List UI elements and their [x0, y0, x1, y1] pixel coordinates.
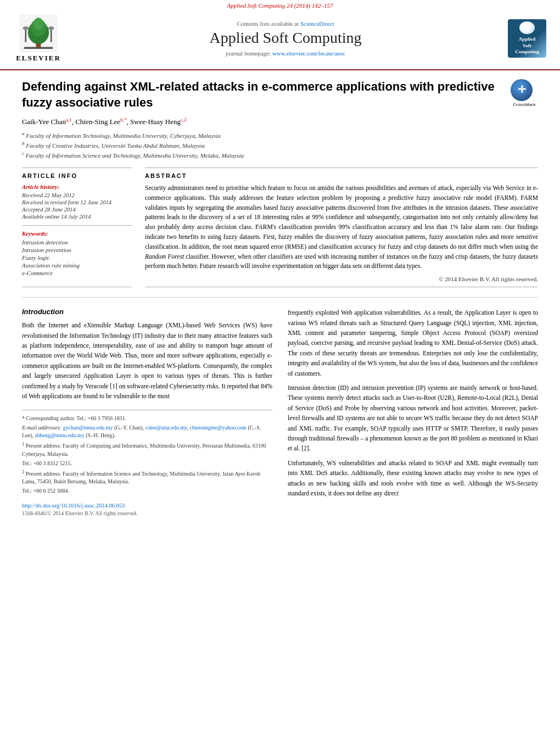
- email-link-3[interactable]: chiensinglee@yahoo.com: [190, 425, 247, 431]
- accepted-date: Accepted 28 June 2014: [22, 207, 132, 213]
- email-link-2[interactable]: cslee@utar.edu.my: [145, 425, 187, 431]
- journal-header: Applied Soft Computing 24 (2014) 142–157: [0, 0, 560, 70]
- article-info-heading: ARTICLE INFO: [22, 172, 132, 179]
- introduction-heading: Introduction: [22, 308, 272, 316]
- keywords-section: Keywords: Intrusion detection Intrusion …: [22, 225, 132, 276]
- keyword-4: Association rule mining: [22, 262, 132, 269]
- intro-paragraph-3: Intrusion detection (ID) and intrusion p…: [288, 383, 538, 454]
- footnote-corresponding: * Corresponding author. Tel.: +60 3 7956…: [22, 415, 272, 422]
- body-right-column: frequently exploited Web application vul…: [288, 308, 538, 516]
- keyword-5: e-Commerce: [22, 270, 132, 276]
- issn-line: 1568-4946/© 2014 Elsevier B.V. All right…: [22, 510, 272, 516]
- svg-rect-9: [24, 47, 53, 49]
- affiliation-b: b Faculty of Creative Industries, Univer…: [22, 140, 538, 150]
- footnote-email: E-mail addresses: gychan@mmu.edu.my (G.-…: [22, 424, 272, 439]
- page: Applied Soft Computing 24 (2014) 142–157: [0, 0, 560, 742]
- sciencedirect-link[interactable]: ScienceDirect: [300, 20, 334, 27]
- header-center: Contents lists available at ScienceDirec…: [66, 20, 505, 57]
- journal-title: Applied Soft Computing: [77, 29, 494, 47]
- crossmark-label: CrossMark: [511, 102, 538, 108]
- journal-logo-line1: Applied: [519, 36, 536, 43]
- abstract-heading: ABSTRACT: [145, 172, 538, 179]
- svg-rect-7: [51, 29, 52, 42]
- journal-citation: Applied Soft Computing 24 (2014) 142–157: [0, 0, 560, 10]
- body-left-column: Introduction Both the Internet and eXten…: [22, 308, 272, 516]
- contents-available-line: Contents lists available at ScienceDirec…: [77, 20, 494, 27]
- footnote-2-tel: Tel.: +60 6 252 3084.: [22, 487, 272, 495]
- crossmark-badge: ✛ CrossMark: [511, 79, 538, 107]
- doi-line[interactable]: http://dx.doi.org/10.1016/j.asoc.2014.06…: [22, 503, 272, 509]
- separator: [22, 297, 538, 298]
- keyword-3: Fuzzy logic: [22, 254, 132, 261]
- abstract-column: ABSTRACT Security administrators need to…: [145, 168, 538, 287]
- email-link-4[interactable]: shheng@mmu.edu.my: [35, 432, 84, 438]
- elsevier-logo: ELSEVIER: [11, 14, 66, 63]
- footnote-1-tel: Tel.: +60 3 8312 5215.: [22, 460, 272, 467]
- footnote-1: 1 Present address: Faculty of Computing …: [22, 441, 272, 458]
- keyword-2: Intrusion prevention: [22, 247, 132, 253]
- journal-logo-circle: [519, 21, 535, 34]
- intro-paragraph-1: Both the Internet and eXtensible Markup …: [22, 320, 272, 401]
- svg-point-6: [23, 26, 29, 30]
- journal-logo-line2: Soft: [523, 43, 531, 49]
- doi-link[interactable]: http://dx.doi.org/10.1016/j.asoc.2014.06…: [22, 503, 125, 509]
- journal-logo-line3: Computing: [515, 49, 539, 55]
- affiliation-c: c Faculty of Information Science and Tec…: [22, 150, 538, 160]
- svg-rect-5: [25, 29, 27, 42]
- elsevier-tree-icon: [19, 14, 58, 53]
- abstract-text: Security administrators need to prioriti…: [145, 183, 538, 271]
- affiliations-block: a Faculty of Information Technology, Mul…: [22, 130, 538, 160]
- info-abstract-section: ARTICLE INFO Article history: Received 2…: [22, 168, 538, 287]
- email-link-1[interactable]: gychan@mmu.edu.my: [63, 425, 113, 431]
- keyword-1: Intrusion detection: [22, 239, 132, 246]
- svg-point-8: [48, 26, 54, 30]
- intro-paragraph-2: frequently exploited Web application vul…: [288, 308, 538, 378]
- copyright-line: © 2014 Elsevier B.V. All rights reserved…: [145, 276, 538, 282]
- svg-point-4: [33, 18, 43, 30]
- crossmark-icon: ✛: [511, 79, 533, 101]
- affiliation-a: a Faculty of Information Technology, Mul…: [22, 130, 538, 140]
- article-content: Defending against XML-related attacks in…: [0, 70, 560, 527]
- journal-homepage-link[interactable]: www.elsevier.com/locate/asoc: [272, 50, 345, 57]
- footnote-2: 2 Present address: Faculty of Informatio…: [22, 469, 272, 486]
- header-main: ELSEVIER Contents lists available at Sci…: [0, 10, 560, 66]
- keywords-label: Keywords:: [22, 230, 132, 237]
- article-title-block: Defending against XML-related attacks in…: [22, 79, 538, 110]
- journal-logo-box: Applied Soft Computing: [505, 19, 549, 58]
- elsevier-brand-text: ELSEVIER: [16, 54, 61, 63]
- intro-paragraph-4: Unfortunately, WS vulnerabilities and at…: [288, 458, 538, 499]
- journal-logo: Applied Soft Computing: [508, 19, 546, 58]
- homepage-line: journal homepage: www.elsevier.com/locat…: [77, 50, 494, 57]
- article-title-text: Defending against XML-related attacks in…: [22, 80, 495, 109]
- available-date: Available online 14 July 2014: [22, 214, 132, 220]
- article-info-column: ARTICLE INFO Article history: Received 2…: [22, 168, 132, 287]
- body-section: Introduction Both the Internet and eXten…: [22, 308, 538, 516]
- received-date: Received 22 May 2012: [22, 192, 132, 198]
- authors-line: Gaik-Yee Chana,1, Chien-Sing Leeb,*, Swe…: [22, 117, 538, 126]
- revised-date: Received in revised form 12 June 2014: [22, 199, 132, 205]
- article-history-label: Article history:: [22, 183, 132, 190]
- footnotes-section: * Corresponding author. Tel.: +60 3 7956…: [22, 410, 272, 495]
